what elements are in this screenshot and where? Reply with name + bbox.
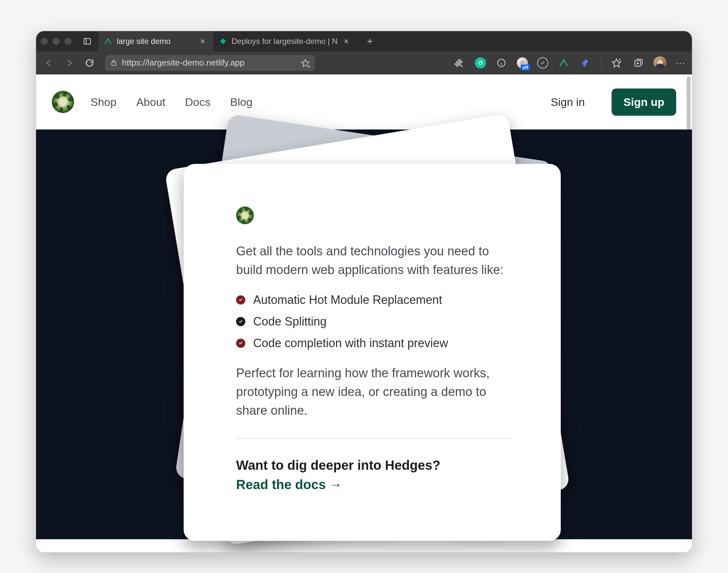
window-close-button[interactable] — [41, 38, 48, 45]
hero-feature-item: Code Splitting — [236, 315, 512, 328]
check-icon — [236, 338, 245, 348]
nav-link-shop[interactable]: Shop — [91, 96, 116, 108]
site-nav: Shop About Docs Blog — [91, 96, 252, 108]
hero-divider — [236, 438, 512, 439]
tab-title: large site demo — [117, 37, 194, 46]
sign-up-button[interactable]: Sign up — [612, 89, 676, 116]
url-input[interactable] — [122, 58, 296, 68]
extension-icon[interactable] — [453, 57, 466, 69]
nav-link-docs[interactable]: Docs — [185, 96, 210, 108]
svg-rect-0 — [84, 38, 91, 44]
extension-grammarly-icon[interactable] — [475, 57, 486, 68]
browser-tab[interactable]: Deploys for largesite-demo | N — [213, 31, 357, 51]
tab-favicon-icon — [104, 37, 112, 45]
arrow-right-icon: → — [329, 477, 342, 492]
window-maximize-button[interactable] — [64, 38, 71, 45]
hero-feature-item: Automatic Hot Module Replacement — [236, 293, 512, 307]
check-icon — [236, 317, 245, 326]
hero-feature-text: Code Splitting — [253, 315, 327, 328]
extension-info-icon[interactable] — [495, 57, 507, 69]
sidebar-toggle-icon[interactable] — [81, 36, 93, 47]
sign-in-link[interactable]: Sign in — [550, 96, 585, 108]
page-viewport: Shop About Docs Blog Sign in Sign up Get… — [36, 74, 692, 552]
browser-window: large site demo Deploys for largesite-de… — [36, 31, 692, 552]
extension-check-icon[interactable] — [537, 57, 548, 68]
check-icon — [236, 295, 245, 305]
tab-close-icon[interactable] — [199, 37, 207, 45]
reload-icon[interactable] — [83, 57, 96, 69]
lock-icon — [110, 59, 117, 66]
hero-feature-list: Automatic Hot Module Replacement Code Sp… — [236, 293, 512, 350]
new-tab-button[interactable] — [364, 36, 376, 47]
hero-section: Get all the tools and technologies you n… — [36, 129, 692, 539]
tab-favicon-icon — [219, 37, 227, 45]
hero-feature-item: Code completion with instant preview — [236, 336, 512, 350]
nav-link-blog[interactable]: Blog — [230, 96, 252, 108]
svg-marker-4 — [220, 38, 226, 44]
extension-off-badge: off — [521, 64, 530, 70]
bookmark-add-indicator-icon — [307, 64, 311, 68]
favorites-icon[interactable] — [610, 57, 623, 69]
collections-icon[interactable] — [632, 57, 644, 69]
extension-gear-icon[interactable] — [579, 57, 592, 69]
title-bar: large site demo Deploys for largesite-de… — [36, 31, 692, 51]
toolbar-divider — [601, 57, 601, 69]
hero-outro-text: Perfect for learning how the framework w… — [236, 364, 508, 420]
hero-card-front: Get all the tools and technologies you n… — [184, 164, 561, 541]
tab-title: Deploys for largesite-demo | N — [232, 37, 338, 46]
extension-triangle-icon[interactable] — [557, 57, 570, 69]
hero-cta-heading: Want to dig deeper into Hedges? — [236, 458, 512, 473]
read-the-docs-link[interactable]: Read the docs → — [236, 477, 342, 492]
window-controls — [41, 38, 71, 45]
docs-link-text: Read the docs — [236, 477, 326, 492]
svg-rect-9 — [112, 62, 116, 65]
nav-back-icon[interactable] — [43, 57, 55, 69]
extension-avatar-icon[interactable]: off — [517, 57, 528, 68]
profile-avatar[interactable] — [653, 56, 667, 69]
browser-tab[interactable]: large site demo — [98, 31, 213, 51]
hero-card-logo-icon — [236, 207, 254, 224]
hero-feature-text: Code completion with instant preview — [253, 336, 448, 350]
site-logo-icon[interactable] — [52, 91, 74, 113]
hero-card-stack: Get all the tools and technologies you n… — [171, 126, 557, 539]
overflow-menu-icon[interactable]: ··· — [676, 58, 685, 68]
address-bar[interactable] — [105, 55, 315, 71]
tab-close-icon[interactable] — [342, 37, 350, 45]
window-minimize-button[interactable] — [52, 38, 60, 45]
nav-forward-icon[interactable] — [63, 57, 76, 69]
browser-toolbar: off ··· — [36, 51, 692, 74]
tab-strip: large site demo Deploys for largesite-de… — [98, 31, 357, 51]
site-header: Shop About Docs Blog Sign in Sign up — [36, 74, 692, 129]
hero-feature-text: Automatic Hot Module Replacement — [253, 293, 442, 307]
hero-intro-text: Get all the tools and technologies you n… — [236, 242, 512, 279]
nav-link-about[interactable]: About — [136, 96, 165, 108]
